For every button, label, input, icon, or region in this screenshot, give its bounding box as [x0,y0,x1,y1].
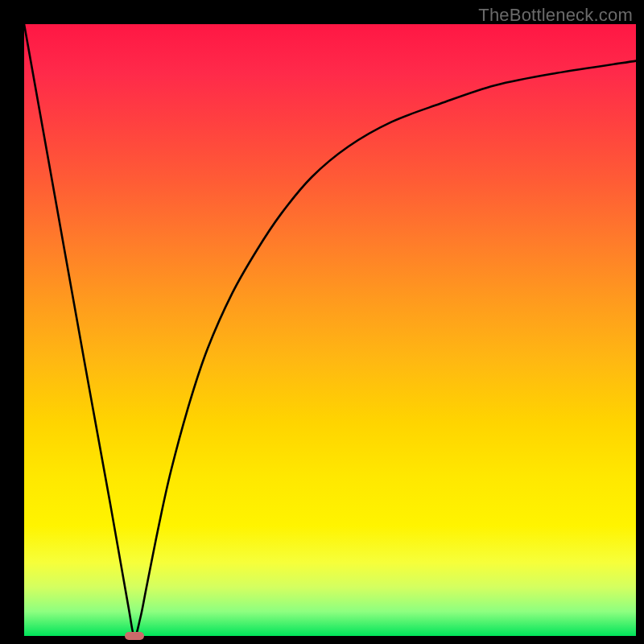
bottleneck-curve [24,24,636,636]
chart-frame: TheBottleneck.com [0,0,644,644]
watermark-text: TheBottleneck.com [478,5,633,26]
minimum-marker [125,632,144,640]
plot-area [24,24,636,636]
